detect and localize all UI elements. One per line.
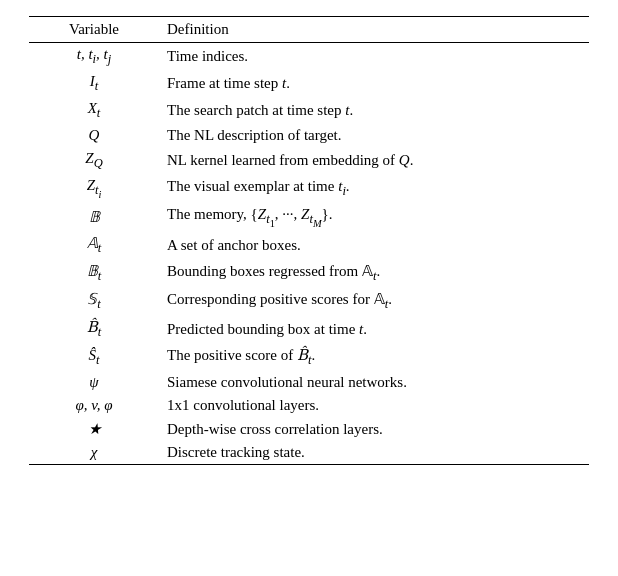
variable-cell: 𝔹: [29, 203, 159, 232]
definition-cell: Corresponding positive scores for 𝔸t.: [159, 287, 589, 315]
definition-cell: The search patch at time step t.: [159, 97, 589, 124]
definition-cell: NL kernel learned from embedding of Q.: [159, 147, 589, 174]
definition-cell: Predicted bounding box at time t.: [159, 315, 589, 343]
variable-cell: Xt: [29, 97, 159, 124]
table-row: ŜtThe positive score of B̂t.: [29, 343, 589, 371]
variable-cell: φ, v, φ: [29, 394, 159, 417]
table-row: 𝔹The memory, {Zt1, ···, ZtM}.: [29, 203, 589, 232]
definition-cell: A set of anchor boxes.: [159, 231, 589, 259]
notation-table-container: Variable Definition t, ti, tjTime indice…: [29, 16, 589, 465]
variable-cell: 𝔸t: [29, 231, 159, 259]
variable-cell: ★: [29, 417, 159, 441]
table-row: 𝔸tA set of anchor boxes.: [29, 231, 589, 259]
table-row: φ, v, φ1x1 convolutional layers.: [29, 394, 589, 417]
table-row: 𝕊tCorresponding positive scores for 𝔸t.: [29, 287, 589, 315]
column-header-variable: Variable: [29, 17, 159, 43]
variable-cell: Q: [29, 124, 159, 147]
table-row: XtThe search patch at time step t.: [29, 97, 589, 124]
variable-cell: Zti: [29, 174, 159, 203]
definition-cell: The NL description of target.: [159, 124, 589, 147]
variable-cell: t, ti, tj: [29, 43, 159, 71]
variable-cell: ZQ: [29, 147, 159, 174]
definition-cell: 1x1 convolutional layers.: [159, 394, 589, 417]
table-row: χDiscrete tracking state.: [29, 441, 589, 465]
table-row: t, ti, tjTime indices.: [29, 43, 589, 71]
table-row: ZQNL kernel learned from embedding of Q.: [29, 147, 589, 174]
variable-cell: 𝔹t: [29, 259, 159, 287]
table-row: ★Depth-wise cross correlation layers.: [29, 417, 589, 441]
definition-cell: Siamese convolutional neural networks.: [159, 371, 589, 394]
variable-cell: It: [29, 70, 159, 97]
definition-cell: Depth-wise cross correlation layers.: [159, 417, 589, 441]
definition-cell: The memory, {Zt1, ···, ZtM}.: [159, 203, 589, 232]
notation-table: Variable Definition t, ti, tjTime indice…: [29, 16, 589, 465]
definition-cell: The positive score of B̂t.: [159, 343, 589, 371]
table-row: QThe NL description of target.: [29, 124, 589, 147]
definition-cell: Time indices.: [159, 43, 589, 71]
variable-cell: ψ: [29, 371, 159, 394]
variable-cell: 𝕊t: [29, 287, 159, 315]
table-row: ItFrame at time step t.: [29, 70, 589, 97]
definition-cell: Frame at time step t.: [159, 70, 589, 97]
variable-cell: Ŝt: [29, 343, 159, 371]
variable-cell: χ: [29, 441, 159, 465]
table-row: B̂tPredicted bounding box at time t.: [29, 315, 589, 343]
column-header-definition: Definition: [159, 17, 589, 43]
variable-cell: B̂t: [29, 315, 159, 343]
table-row: ZtiThe visual exemplar at time ti.: [29, 174, 589, 203]
table-row: 𝔹tBounding boxes regressed from 𝔸t.: [29, 259, 589, 287]
table-header-row: Variable Definition: [29, 17, 589, 43]
definition-cell: The visual exemplar at time ti.: [159, 174, 589, 203]
definition-cell: Discrete tracking state.: [159, 441, 589, 465]
table-row: ψSiamese convolutional neural networks.: [29, 371, 589, 394]
definition-cell: Bounding boxes regressed from 𝔸t.: [159, 259, 589, 287]
